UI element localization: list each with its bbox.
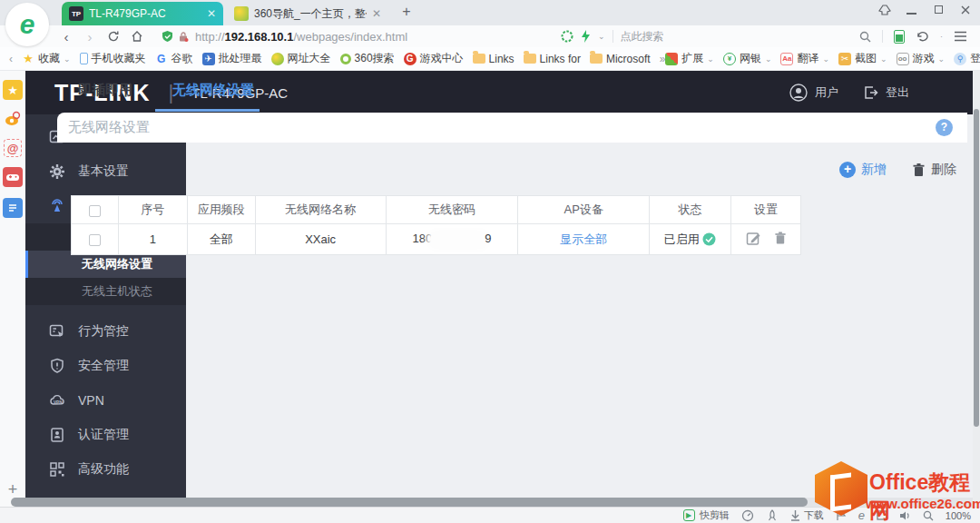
- bookmark-360-search[interactable]: 360搜索: [340, 51, 395, 66]
- new-tab-button[interactable]: +: [396, 4, 417, 20]
- bookmark-google[interactable]: G 谷歌: [155, 51, 193, 66]
- help-icon[interactable]: ?: [936, 119, 953, 136]
- sidebar-item-wireless-host-status[interactable]: 无线主机状态: [25, 278, 186, 305]
- star-icon: ★: [22, 53, 34, 65]
- bookmarks-overflow-icon[interactable]: »: [660, 53, 666, 65]
- section-title: 无线网络设置: [68, 119, 150, 136]
- cell-password: 1809: [386, 224, 518, 255]
- logout-button[interactable]: 登出: [862, 84, 909, 101]
- extension-manager[interactable]: 扩展⌄: [665, 51, 714, 66]
- col-header: 无线网络名称: [255, 196, 386, 224]
- bookmark-favorites[interactable]: ★ 收藏⌄: [22, 51, 71, 66]
- show-all-link[interactable]: 显示全部: [560, 232, 607, 246]
- delete-row-icon[interactable]: [774, 231, 787, 245]
- chevron-down-icon[interactable]: ⌄: [598, 32, 605, 41]
- edit-icon[interactable]: [746, 231, 761, 246]
- bookmark-360-sites[interactable]: 网址大全: [271, 51, 331, 66]
- minimize-icon[interactable]: [906, 8, 918, 19]
- bookmark-links[interactable]: Links: [473, 53, 514, 65]
- undo-restore-icon[interactable]: [916, 30, 929, 43]
- col-header: AP设备: [518, 196, 650, 224]
- url-host: 192.168.10.1: [225, 30, 294, 44]
- battery-saver-icon[interactable]: [894, 30, 905, 44]
- col-header: 状态: [650, 196, 731, 224]
- select-all-checkbox[interactable]: [89, 205, 101, 217]
- delete-button[interactable]: 删除: [912, 162, 956, 178]
- horizontal-scrollbar-thumb[interactable]: [11, 498, 808, 507]
- user-menu[interactable]: 用户: [789, 84, 838, 102]
- section-panel-header: 无线网络设置 ?: [57, 113, 967, 143]
- google-icon: G: [155, 53, 168, 65]
- url-path: /webpages/index.html: [293, 30, 407, 44]
- menu-icon[interactable]: [954, 31, 967, 42]
- weibo-icon[interactable]: [3, 109, 23, 129]
- login-manager-button[interactable]: ⚲ 登录管家: [954, 51, 980, 66]
- close-tab-icon[interactable]: ✕: [207, 7, 216, 20]
- adblock-icon[interactable]: [561, 30, 573, 43]
- favorites-star-icon[interactable]: ★: [3, 80, 23, 100]
- sidebar-item-security-management[interactable]: 安全管理: [25, 349, 186, 383]
- plus-icon: +: [839, 162, 856, 178]
- table-row: 1 全部 XXaic 1809 显示全部 已启用: [72, 224, 801, 255]
- bookmark-microsoft[interactable]: Microsoft: [590, 53, 651, 65]
- screenshot-icon: ✂: [838, 53, 851, 65]
- forward-icon[interactable]: ›: [78, 29, 102, 44]
- collapse-sidebar-icon[interactable]: ‹: [9, 53, 13, 65]
- sidebar-item-behavior-control[interactable]: 行为管控: [25, 314, 186, 349]
- 360nav-favicon: [234, 6, 249, 21]
- quick-clip-button[interactable]: ▶ 快剪辑: [683, 508, 730, 522]
- mail-at-icon[interactable]: @: [4, 139, 22, 157]
- col-header: 无线密码: [386, 196, 518, 224]
- address-bar[interactable]: http://192.168.10.1/webpages/index.html: [162, 30, 524, 44]
- id-card-icon: [49, 427, 65, 443]
- window-controls: [878, 5, 973, 15]
- tab-plug-and-play[interactable]: 即插即用: [78, 82, 132, 99]
- bookmark-mobile-favorites[interactable]: 手机收藏夹: [80, 51, 146, 66]
- batch-icon: ✈: [202, 53, 215, 65]
- boost-rocket-icon[interactable]: [766, 509, 779, 522]
- sidebar-item-auth-management[interactable]: 认证管理: [25, 418, 186, 452]
- notes-icon[interactable]: [3, 198, 23, 218]
- back-icon[interactable]: ‹: [54, 29, 78, 44]
- home-icon[interactable]: [125, 30, 149, 43]
- tab-360nav[interactable]: 360导航_一个主页，整个世界 ✕: [227, 2, 388, 25]
- browser-logo-icon[interactable]: e: [5, 3, 49, 46]
- enabled-check-icon: [702, 232, 716, 246]
- screenshot-button[interactable]: ✂ 截图⌄: [838, 51, 887, 66]
- chevron-down-icon: ⌄: [64, 54, 71, 64]
- refresh-icon[interactable]: [102, 30, 125, 43]
- row-checkbox[interactable]: [89, 234, 101, 246]
- ebank-shield-icon: ¥: [723, 53, 736, 65]
- vertical-scrollbar-thumb[interactable]: [974, 109, 979, 427]
- sidebar-item-advanced-features[interactable]: 高级功能: [25, 452, 186, 487]
- bookmark-game-center[interactable]: G 游戏中心: [404, 51, 464, 66]
- translate-icon: Aa: [780, 53, 793, 65]
- add-panel-icon[interactable]: +: [3, 479, 23, 499]
- more-dot-icon[interactable]: ·: [940, 32, 943, 41]
- bookmark-links-for[interactable]: Links for: [524, 53, 581, 65]
- ebank-button[interactable]: ¥ 网银⌄: [723, 51, 772, 66]
- game-controller-icon[interactable]: [3, 167, 23, 187]
- sidebar-item-vpn[interactable]: VPN VPN: [25, 383, 186, 418]
- close-tab-icon[interactable]: ✕: [372, 7, 381, 20]
- tab-router[interactable]: TP TL-R479GP-AC ✕: [62, 2, 223, 25]
- sidebar-item-basic-settings[interactable]: 基本设置: [25, 154, 186, 189]
- add-button[interactable]: + 新增: [839, 162, 887, 178]
- close-window-icon[interactable]: [960, 5, 973, 15]
- speedup-lightning-icon[interactable]: [581, 30, 591, 43]
- 360-search-icon: [340, 54, 351, 64]
- skin-icon[interactable]: [878, 5, 891, 15]
- cell-settings: [731, 224, 801, 255]
- search-input[interactable]: 点此搜索: [621, 29, 664, 44]
- tab-wireless-network-settings[interactable]: 无线网络设置: [172, 82, 254, 99]
- translate-button[interactable]: Aa 翻译⌄: [780, 51, 829, 66]
- bookmark-batch[interactable]: ✈ 批处理最: [202, 51, 262, 66]
- maximize-icon[interactable]: [933, 5, 946, 15]
- folder-icon: [590, 54, 603, 64]
- user-icon: [789, 84, 808, 102]
- speed-test-icon[interactable]: [741, 509, 754, 522]
- games-button[interactable]: oo 游戏⌄: [897, 51, 946, 66]
- search-icon[interactable]: [859, 31, 871, 43]
- play-icon: ▶: [683, 509, 695, 521]
- cell-ssid: XXaic: [255, 224, 386, 255]
